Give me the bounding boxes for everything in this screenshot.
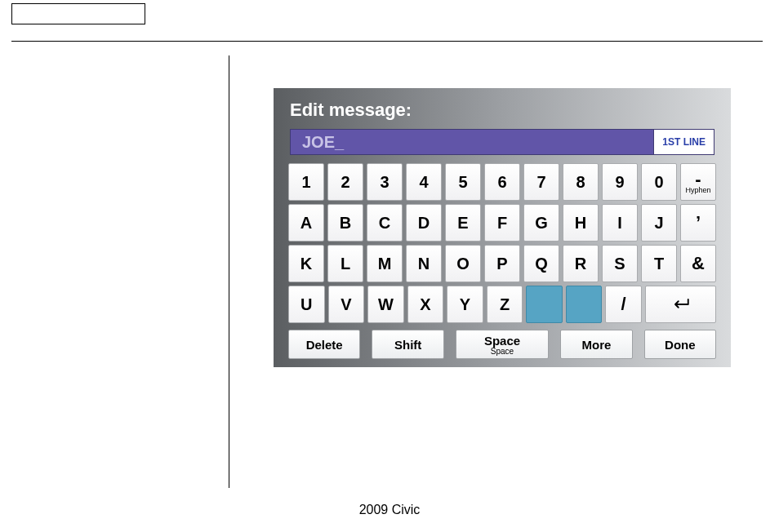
- key-1[interactable]: 1: [288, 163, 324, 201]
- fn-more[interactable]: More: [560, 330, 632, 359]
- keyboard-row: UVWXYZ/: [288, 286, 716, 323]
- fn-key-label: More: [581, 338, 611, 352]
- key-6[interactable]: 6: [484, 163, 520, 201]
- key-Q[interactable]: Q: [523, 245, 559, 282]
- key-8[interactable]: 8: [563, 163, 599, 201]
- key-V[interactable]: V: [328, 286, 365, 323]
- key-C[interactable]: C: [367, 204, 403, 242]
- line-indicator-badge[interactable]: 1ST LINE: [654, 129, 714, 155]
- key-apostrophe[interactable]: ’: [680, 204, 716, 242]
- fn-key-sublabel: Space: [491, 347, 514, 356]
- key-U[interactable]: U: [288, 286, 325, 323]
- key-7[interactable]: 7: [523, 163, 559, 201]
- fn-shift[interactable]: Shift: [372, 330, 443, 359]
- key-4[interactable]: 4: [406, 163, 442, 201]
- fn-delete[interactable]: Delete: [288, 330, 360, 359]
- key-O[interactable]: O: [445, 245, 481, 282]
- fn-key-label: Done: [665, 338, 696, 352]
- key-3[interactable]: 3: [367, 163, 403, 201]
- function-key-row: DeleteShiftSpaceSpaceMoreDone: [283, 330, 721, 359]
- top-blank-box: [11, 3, 145, 24]
- key-E[interactable]: E: [445, 204, 481, 242]
- message-input[interactable]: JOE_: [290, 129, 654, 155]
- key-D[interactable]: D: [406, 204, 442, 242]
- key-blank-2[interactable]: [566, 286, 603, 323]
- key-M[interactable]: M: [367, 245, 403, 282]
- keyboard-row: 1234567890-Hyphen: [288, 163, 716, 201]
- keyboard: 1234567890-HyphenABCDEFGHIJ’KLMNOPQRST&U…: [283, 163, 721, 323]
- key-F[interactable]: F: [484, 204, 520, 242]
- key-W[interactable]: W: [367, 286, 404, 323]
- fn-key-label: Delete: [306, 338, 343, 352]
- key-T[interactable]: T: [641, 245, 677, 282]
- key-K[interactable]: K: [288, 245, 324, 282]
- key-enter[interactable]: [645, 286, 716, 323]
- key-G[interactable]: G: [523, 204, 559, 242]
- key-R[interactable]: R: [563, 245, 599, 282]
- key-0[interactable]: 0: [641, 163, 677, 201]
- key-Z[interactable]: Z: [487, 286, 523, 323]
- key-sublabel: Hyphen: [685, 187, 710, 194]
- fn-key-label: Shift: [394, 338, 421, 352]
- key-B[interactable]: B: [327, 204, 363, 242]
- key-H[interactable]: H: [563, 204, 599, 242]
- key-2[interactable]: 2: [327, 163, 363, 201]
- keyboard-row: KLMNOPQRST&: [288, 245, 716, 282]
- enter-icon: [668, 296, 692, 313]
- page-footer-text: 2009 Civic: [0, 503, 779, 517]
- input-row: JOE_ 1ST LINE: [283, 129, 721, 155]
- fn-done[interactable]: Done: [644, 330, 716, 359]
- vertical-rule: [229, 55, 229, 488]
- key-N[interactable]: N: [406, 245, 442, 282]
- key-Y[interactable]: Y: [447, 286, 483, 323]
- screen-title: Edit message:: [283, 96, 721, 129]
- key-J[interactable]: J: [641, 204, 677, 242]
- keyboard-row: ABCDEFGHIJ’: [288, 204, 716, 242]
- key-L[interactable]: L: [327, 245, 363, 282]
- key-P[interactable]: P: [484, 245, 520, 282]
- key-ampersand[interactable]: &: [680, 245, 716, 282]
- key-blank-1[interactable]: [526, 286, 563, 323]
- fn-key-label: Space: [484, 334, 520, 348]
- device-screen: Edit message: JOE_ 1ST LINE 1234567890-H…: [274, 88, 731, 367]
- key-A[interactable]: A: [288, 204, 324, 242]
- key-hyphen[interactable]: -Hyphen: [680, 163, 716, 201]
- key-5[interactable]: 5: [445, 163, 481, 201]
- fn-space[interactable]: SpaceSpace: [456, 330, 549, 359]
- key-X[interactable]: X: [407, 286, 444, 323]
- key-slash[interactable]: /: [605, 286, 642, 323]
- key-I[interactable]: I: [602, 204, 638, 242]
- key-9[interactable]: 9: [602, 163, 638, 201]
- horizontal-rule: [11, 41, 763, 42]
- key-S[interactable]: S: [602, 245, 638, 282]
